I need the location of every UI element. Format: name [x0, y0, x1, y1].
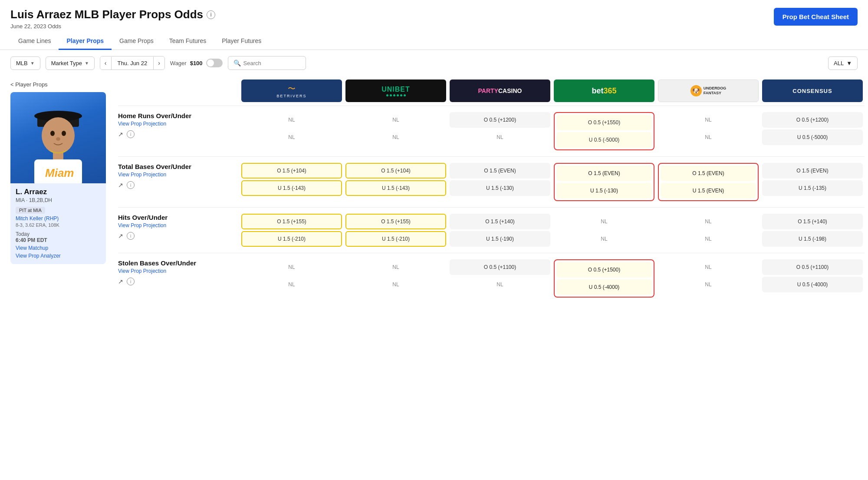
home-runs-underdog: NL NL [658, 112, 759, 145]
svg-point-5 [62, 131, 66, 136]
odds-under[interactable]: U 1.5 (-130) [450, 180, 550, 196]
odds-over[interactable]: O 0.5 (+1100) [762, 259, 863, 275]
betrivers-header[interactable]: 〜 BETRIVERS [241, 79, 342, 102]
bet365-header[interactable]: bet365 [554, 79, 654, 102]
share-icon[interactable]: ↗ [118, 131, 123, 138]
home-runs-consensus: O 0.5 (+1200) U 0.5 (-5000) [762, 112, 863, 145]
total-bases-unibet: O 1.5 (+104) U 1.5 (-143) [345, 163, 446, 196]
odds-under[interactable]: NL [345, 129, 446, 145]
league-select[interactable]: MLB ▼ [10, 56, 40, 70]
odds-under[interactable]: U 0.5 (-4000) [556, 279, 652, 295]
hits-proj-link[interactable]: View Prop Projection [118, 222, 233, 228]
underdog-header[interactable]: 🐶 UNDERDOGFANTASY [658, 79, 759, 102]
odds-under[interactable]: NL [658, 129, 759, 145]
date-prev-button[interactable]: ‹ [100, 56, 111, 70]
view-analyzer-link[interactable]: View Prop Analyzer [16, 253, 101, 259]
home-runs-bet365: O 0.5 (+1550) U 0.5 (-5000) [554, 112, 654, 150]
odds-under[interactable]: NL [658, 277, 759, 292]
odds-over[interactable]: NL [345, 259, 446, 275]
prop-actions: ↗ i [118, 232, 233, 240]
odds-under[interactable]: NL [658, 231, 759, 247]
odds-over[interactable]: NL [658, 259, 759, 275]
odds-over[interactable]: NL [241, 259, 342, 275]
odds-under[interactable]: U 0.5 (-5000) [762, 129, 863, 145]
total-bases-partycasino: O 1.5 (EVEN) U 1.5 (-130) [450, 163, 550, 196]
info-icon[interactable]: i [127, 232, 135, 240]
odds-over[interactable]: O 0.5 (+1200) [450, 112, 550, 128]
view-matchup-link[interactable]: View Matchup [16, 245, 101, 251]
consensus-header[interactable]: CONSENSUS [762, 79, 863, 102]
odds-over[interactable]: O 1.5 (EVEN) [556, 166, 652, 181]
tab-team-futures[interactable]: Team Futures [161, 33, 214, 50]
odds-over[interactable]: O 1.5 (EVEN) [450, 163, 550, 179]
odds-over[interactable]: O 1.5 (EVEN) [762, 163, 863, 179]
odds-under[interactable]: NL [345, 277, 446, 292]
odds-under[interactable]: U 1.5 (-190) [450, 231, 550, 247]
total-bases-proj-link[interactable]: View Prop Projection [118, 172, 233, 178]
odds-under[interactable]: U 1.5 (-210) [345, 231, 446, 247]
tab-player-props[interactable]: Player Props [59, 33, 112, 50]
odds-over[interactable]: O 0.5 (+1550) [556, 115, 652, 130]
info-icon[interactable]: i [127, 130, 135, 138]
search-input[interactable] [243, 60, 296, 66]
total-bases-betrivers: O 1.5 (+104) U 1.5 (-143) [241, 163, 342, 196]
odds-under[interactable]: U 1.5 (-210) [241, 231, 342, 247]
props-area: 〜 BETRIVERS UNIBET [115, 76, 868, 304]
odds-over[interactable]: O 0.5 (+1500) [556, 262, 652, 278]
wager-label: Wager [170, 60, 187, 66]
unibet-header[interactable]: UNIBET [345, 79, 446, 102]
game-time-label: Today 6:40 PM EDT [16, 231, 101, 243]
odds-over[interactable]: O 1.5 (+140) [450, 214, 550, 229]
partycasino-header[interactable]: PARTYCASINO [450, 79, 550, 102]
odds-under[interactable]: U 0.5 (-5000) [556, 132, 652, 148]
wager-toggle[interactable] [206, 59, 223, 67]
odds-over[interactable]: O 0.5 (+1100) [450, 259, 550, 275]
odds-over[interactable]: O 0.5 (+1200) [762, 112, 863, 128]
pitcher-info[interactable]: Mitch Keller (RHP) [16, 215, 101, 222]
odds-over[interactable]: NL [658, 112, 759, 128]
share-icon[interactable]: ↗ [118, 232, 123, 239]
odds-under[interactable]: NL [241, 129, 342, 145]
all-select[interactable]: ALL ▼ [828, 56, 858, 70]
odds-over[interactable]: NL [241, 112, 342, 128]
date-next-button[interactable]: › [154, 56, 164, 70]
title-info-icon[interactable]: i [207, 10, 215, 19]
total-bases-underdog: O 1.5 (EVEN) U 1.5 (EVEN) [658, 163, 759, 201]
back-to-player-props[interactable]: < Player Props [10, 76, 108, 92]
odds-over[interactable]: O 1.5 (EVEN) [661, 166, 756, 181]
tab-game-lines[interactable]: Game Lines [10, 33, 59, 50]
tab-game-props[interactable]: Game Props [112, 33, 161, 50]
odds-under[interactable]: U 1.5 (-143) [345, 180, 446, 196]
odds-over[interactable]: O 1.5 (+155) [241, 214, 342, 229]
odds-under[interactable]: U 1.5 (-143) [241, 180, 342, 196]
odds-under[interactable]: NL [554, 231, 654, 247]
prop-bet-cheat-sheet-button[interactable]: Prop Bet Cheat Sheet [774, 8, 858, 26]
odds-under[interactable]: U 1.5 (EVEN) [661, 183, 756, 199]
odds-under[interactable]: NL [241, 277, 342, 292]
stolen-bases-proj-link[interactable]: View Prop Projection [118, 268, 233, 274]
info-icon[interactable]: i [127, 181, 135, 189]
share-icon[interactable]: ↗ [118, 278, 123, 285]
odds-over[interactable]: O 1.5 (+155) [345, 214, 446, 229]
share-icon[interactable]: ↗ [118, 182, 123, 189]
odds-over[interactable]: O 1.5 (+104) [241, 163, 342, 179]
odds-over[interactable]: NL [554, 214, 654, 229]
odds-over[interactable]: NL [345, 112, 446, 128]
odds-under[interactable]: U 1.5 (-198) [762, 231, 863, 247]
odds-under[interactable]: U 1.5 (-135) [762, 180, 863, 196]
odds-over[interactable]: O 1.5 (+140) [762, 214, 863, 229]
odds-under[interactable]: U 0.5 (-4000) [762, 277, 863, 292]
partycasino-logo: PARTYCASINO [478, 87, 522, 94]
odds-under[interactable]: NL [450, 129, 550, 145]
odds-under[interactable]: U 1.5 (-130) [556, 183, 652, 199]
odds-under[interactable]: NL [450, 277, 550, 292]
info-icon[interactable]: i [127, 278, 135, 285]
league-chevron-icon: ▼ [30, 61, 35, 66]
tab-player-futures[interactable]: Player Futures [214, 33, 269, 50]
total-bases-bet365: O 1.5 (EVEN) U 1.5 (-130) [554, 163, 654, 201]
market-type-select[interactable]: Market Type ▼ [46, 56, 95, 70]
home-runs-proj-link[interactable]: View Prop Projection [118, 121, 233, 127]
odds-over[interactable]: O 1.5 (+104) [345, 163, 446, 179]
odds-over[interactable]: NL [658, 214, 759, 229]
search-box[interactable]: 🔍 [228, 56, 306, 70]
